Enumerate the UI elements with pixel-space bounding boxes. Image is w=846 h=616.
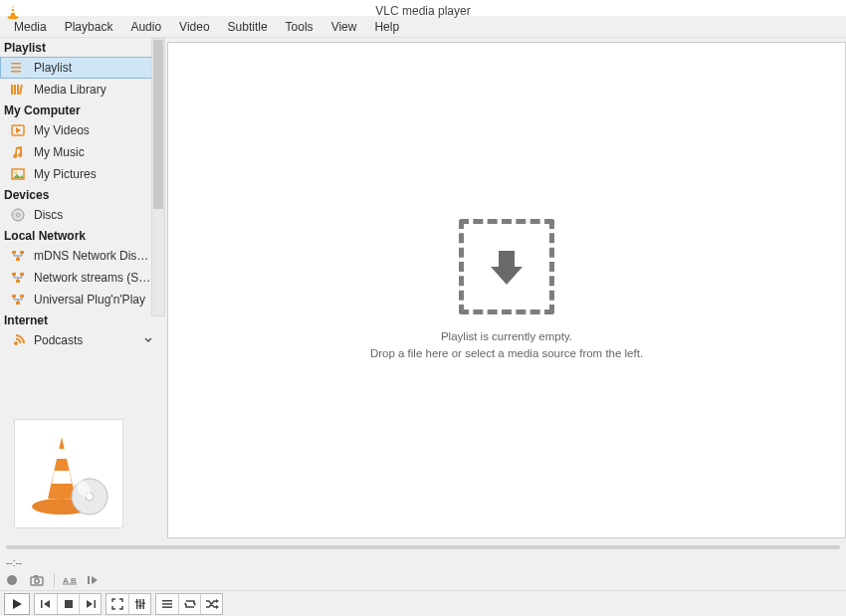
atob-loop-icon[interactable]: AB — [63, 574, 79, 586]
shuffle-button[interactable] — [200, 594, 222, 614]
sidebar-item-sap[interactable]: Network streams (SAP) — [0, 267, 159, 289]
record-icon[interactable] — [6, 574, 22, 586]
library-icon — [10, 84, 26, 96]
chevron-down-icon[interactable] — [143, 335, 153, 345]
pictures-icon — [10, 168, 26, 180]
svg-rect-35 — [88, 576, 90, 584]
scrollbar-thumb[interactable] — [153, 40, 163, 209]
seek-bar[interactable] — [0, 545, 846, 555]
sidebar-item-upnp[interactable]: Universal Plug'n'Play — [0, 289, 159, 310]
menu-tools[interactable]: Tools — [278, 18, 321, 36]
previous-button[interactable] — [35, 594, 57, 614]
svg-rect-1 — [11, 11, 15, 13]
svg-rect-40 — [139, 599, 141, 609]
sidebar-item-label: Network streams (SAP) — [34, 271, 153, 285]
sidebar-item-my-videos[interactable]: My Videos — [0, 119, 159, 141]
section-devices: Devices — [0, 185, 159, 204]
menu-video[interactable]: Video — [171, 18, 217, 36]
menu-playback[interactable]: Playback — [57, 18, 121, 36]
sidebar-item-label: My Pictures — [34, 167, 153, 181]
menu-help[interactable]: Help — [366, 18, 407, 36]
empty-text-line2: Drop a file here or select a media sourc… — [370, 345, 643, 361]
svg-rect-22 — [20, 295, 24, 298]
play-button[interactable] — [4, 593, 30, 615]
mini-toolbar: AB — [0, 570, 846, 590]
svg-rect-43 — [138, 605, 142, 607]
sidebar: Playlist Playlist Media Library My Compu… — [0, 38, 159, 542]
stop-button[interactable] — [57, 594, 79, 614]
svg-rect-38 — [94, 600, 96, 608]
show-playlist-button[interactable] — [156, 594, 178, 614]
sidebar-item-my-music[interactable]: My Music — [0, 141, 159, 163]
bottom-panel: --:-- AB — [0, 542, 846, 616]
playback-controls — [0, 590, 846, 616]
fullscreen-button[interactable] — [106, 594, 128, 614]
network-icon — [10, 272, 26, 284]
svg-point-14 — [17, 214, 20, 217]
section-my-computer: My Computer — [0, 101, 159, 119]
sidebar-item-label: Universal Plug'n'Play — [34, 293, 153, 307]
section-playlist: Playlist — [0, 38, 159, 57]
svg-rect-23 — [16, 302, 20, 305]
svg-rect-32 — [34, 575, 38, 577]
svg-point-12 — [15, 171, 17, 173]
drop-target-icon — [459, 219, 554, 314]
section-internet: Internet — [0, 310, 159, 329]
svg-rect-6 — [11, 85, 13, 95]
sidebar-item-podcasts[interactable]: Podcasts — [0, 329, 159, 351]
sidebar-item-label: My Music — [34, 145, 153, 159]
sidebar-item-my-pictures[interactable]: My Pictures — [0, 163, 159, 185]
sidebar-item-label: Media Library — [34, 83, 153, 97]
time-elapsed: --:-- — [0, 555, 846, 570]
svg-rect-8 — [17, 85, 19, 95]
menu-view[interactable]: View — [323, 18, 365, 36]
svg-point-29 — [7, 575, 17, 585]
svg-rect-36 — [41, 600, 43, 608]
empty-text-line1: Playlist is currently empty. — [370, 328, 643, 344]
extended-settings-button[interactable] — [128, 594, 150, 614]
menubar: Media Playback Audio Video Subtitle Tool… — [0, 16, 846, 38]
menu-audio[interactable]: Audio — [122, 18, 169, 36]
frame-step-icon[interactable] — [87, 574, 103, 586]
skip-group — [34, 593, 102, 615]
sidebar-item-media-library[interactable]: Media Library — [0, 79, 159, 101]
playlist-group — [155, 593, 223, 615]
network-icon — [10, 294, 26, 306]
album-art-image — [14, 419, 123, 528]
playlist-view[interactable]: Playlist is currently empty. Drop a file… — [167, 42, 846, 538]
video-icon — [10, 124, 26, 136]
sidebar-item-discs[interactable]: Discs — [0, 204, 159, 226]
podcast-icon — [10, 333, 26, 347]
svg-rect-46 — [162, 603, 172, 605]
next-button[interactable] — [79, 594, 101, 614]
window-title: VLC media player — [375, 4, 470, 18]
menu-media[interactable]: Media — [6, 18, 55, 36]
svg-rect-17 — [16, 258, 20, 261]
svg-rect-16 — [20, 251, 24, 254]
disc-icon — [10, 208, 26, 222]
section-local-network: Local Network — [0, 226, 159, 245]
loop-button[interactable] — [178, 594, 200, 614]
svg-rect-21 — [12, 295, 16, 298]
sidebar-item-label: My Videos — [34, 123, 153, 137]
vlc-cone-icon — [6, 4, 20, 20]
svg-rect-7 — [14, 85, 16, 95]
svg-rect-37 — [65, 600, 73, 608]
music-icon — [10, 145, 26, 159]
svg-rect-9 — [19, 85, 23, 95]
sidebar-item-mdns[interactable]: mDNS Network Disco... — [0, 245, 159, 267]
svg-rect-15 — [12, 251, 16, 254]
svg-point-31 — [35, 579, 39, 583]
sidebar-item-playlist[interactable]: Playlist — [0, 57, 159, 79]
svg-rect-0 — [11, 8, 14, 10]
svg-rect-42 — [135, 601, 139, 603]
menu-subtitle[interactable]: Subtitle — [220, 18, 276, 36]
svg-rect-44 — [141, 602, 145, 604]
svg-rect-5 — [11, 71, 21, 73]
svg-point-2 — [8, 16, 19, 20]
sidebar-scrollbar[interactable] — [151, 38, 165, 316]
sidebar-item-label: Podcasts — [34, 333, 135, 347]
svg-rect-3 — [11, 63, 21, 65]
content-area: Playlist Playlist Media Library My Compu… — [0, 38, 846, 542]
snapshot-icon[interactable] — [30, 574, 46, 586]
